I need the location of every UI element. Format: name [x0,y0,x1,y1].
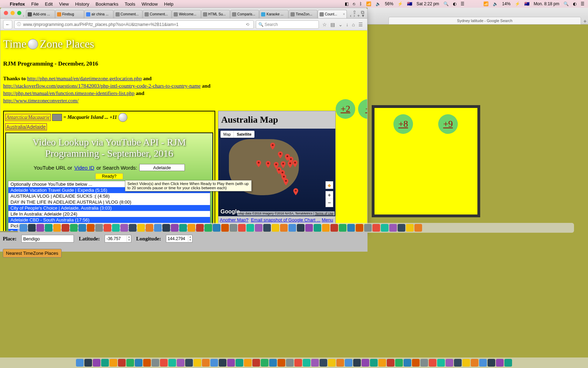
menu-history[interactable]: History [75,1,89,7]
dock-app-icon[interactable] [429,359,436,367]
dock-lower[interactable] [0,357,588,368]
browser-tab[interactable]: HTML Su... [201,10,230,18]
dock-app-icon[interactable] [20,224,27,232]
dock-app-icon[interactable] [45,224,52,232]
dock-app-icon[interactable] [162,224,170,232]
map-view[interactable]: Map Satellite ◆ + − Google Map data ©201… [218,129,335,216]
dock-app-icon[interactable] [272,224,279,232]
download-icon[interactable]: ↓ [346,22,349,27]
dock-app-icon[interactable] [364,224,372,232]
dock-app-icon[interactable] [236,359,243,367]
dock-app-icon[interactable] [330,224,338,232]
map-type-satellite[interactable]: Satellite [233,131,254,138]
longitude-input[interactable] [166,235,188,242]
share-icon[interactable]: ⇧ [352,9,357,15]
dock-app-icon[interactable] [160,359,168,367]
fullscreen-icon[interactable]: ⧉ [361,9,364,15]
dock-app-icon[interactable] [101,359,109,367]
browser-tab[interactable]: Comment... [143,10,172,18]
dock-app-icon[interactable] [314,224,321,232]
dock-app-icon[interactable] [238,224,246,232]
close-icon[interactable] [4,11,8,15]
dock-app-icon[interactable] [227,359,235,367]
video-search-input[interactable] [139,164,185,171]
place-input[interactable] [21,235,74,243]
dock-app-icon[interactable] [278,359,285,367]
notif-icon[interactable]: ☰ [581,1,584,6]
dock-app-icon[interactable] [196,224,204,232]
dock-app-icon[interactable] [437,359,445,367]
browser-tab[interactable]: Count...× [318,10,346,18]
latitude-stepper[interactable]: ▲▼ [105,235,131,243]
dock-app-icon[interactable] [322,224,330,232]
dock-app-icon[interactable] [462,359,470,367]
zoom-in-button[interactable]: + [326,191,333,199]
dock-app-icon[interactable] [129,224,136,232]
browser-tab[interactable]: Comparis... [230,10,259,18]
address-field[interactable]: ⓘ www.rjmprogramming.com.au/PHP/tz_place… [14,20,254,29]
dock-app-icon[interactable] [36,224,44,232]
ready-button[interactable]: Ready? [95,173,123,179]
dock-app-icon[interactable] [303,359,310,367]
email-snapshot-link[interactable]: Email snapshot of Google Chart ... [251,217,321,223]
dock-app-icon[interactable] [389,224,397,232]
video-list-item[interactable]: DAY IN THE LIFE IN ADELAIDE AUSTRALIA | … [8,199,210,205]
another-map-link[interactable]: Another Map? [220,217,248,223]
dock-app-icon[interactable] [185,359,193,367]
dock-app-icon[interactable] [255,224,262,232]
dock-app-icon[interactable] [84,359,92,367]
video-list-item[interactable]: Life In Australia: Adelaide (20:24) [8,211,210,217]
dock-app-icon[interactable] [414,224,422,232]
reload-icon[interactable]: ⟲ [244,22,251,27]
menu-bookmarks[interactable]: Bookmarks [96,1,118,7]
dock-app-icon[interactable] [120,224,128,232]
adelaide-link[interactable]: Australia/Adelaide [5,123,47,130]
dock-app-icon[interactable] [345,359,352,367]
dock-app-icon[interactable] [496,359,504,367]
step-up-icon[interactable]: ▲ [128,236,130,239]
dock-app-icon[interactable] [188,224,195,232]
close-tab-icon[interactable]: × [343,12,345,16]
map-terms-link[interactable]: Terms of Use [315,212,334,215]
dock-app-icon[interactable] [126,359,134,367]
step-down-icon[interactable]: ▼ [189,239,191,242]
map-pin-icon[interactable] [256,160,261,167]
dock-app-icon[interactable] [381,224,388,232]
browser-tab[interactable]: TimeZon... [289,10,317,18]
pegman-icon[interactable]: ◆ [326,181,333,189]
shield-icon[interactable]: ⌄ [338,22,343,27]
menu-help[interactable]: Help [164,1,174,7]
chrome-tab[interactable]: Sydney latitude - Google Search [388,17,581,25]
dock-app-icon[interactable] [420,359,428,367]
latitude-input[interactable] [105,235,127,242]
map-pin-icon[interactable] [284,178,288,185]
step-up-icon[interactable]: ▲ [189,236,191,239]
home-icon[interactable]: ⌂ [352,22,355,27]
browser-tab[interactable]: air china ... [84,10,113,18]
minimize-icon[interactable] [10,11,15,15]
tab-scroll-left-icon[interactable]: ‹ [350,13,351,18]
dock-app-icon[interactable] [152,359,159,367]
menu-view[interactable]: View [59,1,69,7]
menubar-app[interactable]: Firefox [10,1,25,7]
dock-app-icon[interactable] [404,359,411,367]
video-id-link[interactable]: Video ID [74,165,94,171]
dock-app-icon[interactable] [221,224,229,232]
dock-app-icon[interactable] [168,359,176,367]
menu-window[interactable]: Window [142,1,158,7]
dock-app-icon[interactable] [378,359,386,367]
step-down-icon[interactable]: ▼ [128,239,130,242]
dock-app-icon[interactable] [347,224,355,232]
map-type-map[interactable]: Map [220,131,233,138]
dock-app-icon[interactable] [297,224,304,232]
dock-app-icon[interactable] [336,359,344,367]
tz-bubble-plus2[interactable]: +2 [336,99,355,119]
dock-app-icon[interactable] [320,359,327,367]
dock-app-icon[interactable] [353,359,361,367]
dock-app-icon[interactable] [263,224,271,232]
dock-app-icon[interactable] [305,224,313,232]
menu-icon[interactable]: ☰ [358,22,363,27]
dock-app-icon[interactable] [406,224,414,232]
dock-app-icon[interactable] [179,224,187,232]
dock-app-icon[interactable] [252,359,260,367]
